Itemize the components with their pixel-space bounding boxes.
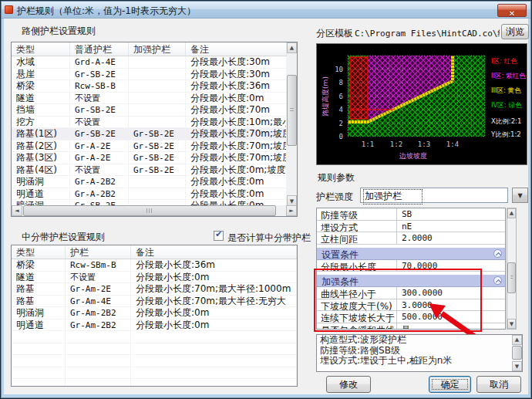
roadside-table-vscrollbar[interactable]: ▲ ▼ bbox=[287, 42, 297, 206]
column-header[interactable]: 加强护栏 bbox=[129, 42, 186, 56]
table-cell: Gr-Am-4E bbox=[66, 296, 131, 308]
table-row[interactable] bbox=[12, 379, 297, 387]
table-row[interactable] bbox=[12, 331, 297, 343]
table-cell: 不设置 bbox=[70, 164, 129, 177]
median-checkbox[interactable]: ✔ bbox=[214, 231, 224, 241]
scrollbar-thumb[interactable] bbox=[23, 205, 276, 216]
scroll-left-icon[interactable]: ◄ bbox=[12, 205, 22, 216]
roadside-table-hscrollbar[interactable]: ◄ ► bbox=[12, 205, 297, 216]
column-header[interactable]: 类型 bbox=[12, 245, 66, 259]
table-row[interactable]: 挖方不设置分段最小长度:10m;最小... bbox=[12, 117, 287, 129]
column-header[interactable]: 备注 bbox=[186, 42, 287, 56]
scrollbar-thumb[interactable] bbox=[512, 346, 522, 360]
table-row[interactable]: 桥梁Rcw-SB-B分段最小长度:36m bbox=[12, 80, 287, 93]
scroll-down-icon[interactable]: ▼ bbox=[287, 195, 297, 206]
table-row[interactable]: 明通道Gr-Am-2B2分段最小长度:0m bbox=[12, 320, 297, 332]
table-cell: Gr-SB-2E bbox=[129, 152, 186, 164]
modify-button[interactable]: 修改 bbox=[326, 376, 371, 393]
property-value[interactable]: 2.0000 bbox=[397, 232, 505, 244]
median-checkbox-label[interactable]: 是否计算中分带护栏 bbox=[227, 232, 311, 245]
y-tick: 8 bbox=[339, 79, 343, 86]
scrollbar-thumb[interactable] bbox=[507, 262, 516, 293]
cancel-button[interactable]: 取消 bbox=[476, 376, 521, 393]
property-row[interactable]: 分段最小长度70.0000 bbox=[317, 260, 505, 272]
collapse-icon[interactable] bbox=[493, 276, 502, 285]
scrollbar-thumb[interactable] bbox=[287, 75, 297, 146]
property-value[interactable]: 70.0000 bbox=[397, 260, 505, 272]
table-cell: 桥梁 bbox=[12, 259, 66, 272]
column-header[interactable]: 类型 bbox=[12, 42, 70, 56]
roadside-table: 类型 普通护栏 加强护栏 备注 水域Grd-A-4E分段最小长度:30m悬崖Gr… bbox=[11, 42, 298, 217]
table-row[interactable]: 明涵洞Gr-Am-2B2分段最小长度:0m bbox=[12, 307, 297, 320]
property-row[interactable]: 立柱间距2.0000 bbox=[317, 232, 505, 245]
table-row[interactable]: 路基(4区)不设置Gr-SB-2E分段最小长度:0m;坡度... bbox=[12, 164, 287, 177]
table-row[interactable]: 隧道不设置分段最小长度:0m bbox=[12, 93, 287, 105]
table-row[interactable]: 明通道Gr-A-2B2分段最小长度:0m bbox=[12, 188, 287, 201]
table-row[interactable] bbox=[12, 367, 297, 380]
table-cell bbox=[131, 331, 297, 343]
property-row[interactable]: 曲线半径小于300.0000 bbox=[317, 287, 505, 299]
table-cell: 暗涵洞 bbox=[12, 200, 70, 205]
property-value[interactable]: 3.0000 bbox=[397, 299, 505, 311]
column-header[interactable]: 备注 bbox=[131, 245, 297, 259]
property-row[interactable]: 防撞等级SB bbox=[317, 208, 505, 221]
table-row[interactable]: 明涵洞Gr-A-2B2分段最小长度:0m bbox=[12, 176, 287, 188]
browse-button[interactable]: 浏览 bbox=[501, 24, 529, 39]
table-row[interactable]: 路基Gr-Am-4E分段最小长度:70m;最大半径:无穷大 bbox=[12, 296, 297, 308]
app-icon bbox=[5, 5, 13, 14]
scroll-right-icon[interactable]: ► bbox=[286, 205, 297, 216]
table-cell: 分段最小长度:70m bbox=[186, 104, 287, 117]
scroll-up-icon[interactable]: ▲ bbox=[512, 335, 522, 345]
table-row[interactable]: 路基Gr-Am-2E分段最小长度:70m;最大半径:1000m bbox=[12, 283, 297, 296]
strength-dropdown-button[interactable]: ▼ bbox=[512, 188, 528, 203]
property-value[interactable]: 300.0000 bbox=[397, 287, 505, 299]
table-row[interactable]: 挡墙Gr-SB-2E分段最小长度:70m bbox=[12, 104, 287, 117]
scroll-down-icon[interactable]: ▼ bbox=[507, 319, 516, 329]
table-cell: Gr-SB-2E bbox=[70, 128, 129, 140]
table-cell: 不设置 bbox=[66, 272, 131, 284]
property-category-header[interactable]: 设置条件 bbox=[317, 248, 505, 260]
close-button[interactable]: ✕ bbox=[497, 4, 527, 17]
median-table-header[interactable]: 类型 护栏 备注 bbox=[12, 245, 297, 259]
ok-button[interactable]: 确定 bbox=[429, 376, 471, 393]
table-row[interactable]: 水域Grd-A-4E分段最小长度:30m bbox=[12, 56, 287, 69]
property-row[interactable]: 埋设方式nE bbox=[317, 221, 505, 233]
description-vscrollbar[interactable]: ▲ ▼ bbox=[512, 335, 522, 371]
property-row[interactable]: 是否包含缓和曲线是 bbox=[317, 323, 505, 330]
property-row[interactable]: 连续下坡坡长大于500.0000 bbox=[317, 311, 505, 323]
column-header[interactable]: 普通护栏 bbox=[70, 42, 129, 56]
column-header[interactable]: 护栏 bbox=[66, 245, 131, 259]
property-value[interactable]: 500.0000 bbox=[397, 311, 505, 323]
scroll-up-icon[interactable]: ▲ bbox=[507, 208, 516, 218]
property-value[interactable]: 是 bbox=[397, 323, 505, 330]
table-cell: 分段最小长度:70m;最大半径:无穷大 bbox=[131, 296, 297, 308]
table-row[interactable]: 路基(2区)Gr-A-2EGr-SB-2E分段最小长度:70m;坡度... bbox=[12, 140, 287, 153]
property-row[interactable]: 下坡坡度大于(%)3.0000 bbox=[317, 299, 505, 312]
table-row[interactable] bbox=[12, 343, 297, 356]
scroll-up-icon[interactable]: ▲ bbox=[287, 42, 297, 53]
table-row[interactable]: 路基(1区)Gr-SB-2EGr-SB-2E分段最小长度:70m;坡度... bbox=[12, 128, 287, 140]
x-axis-label: 边坡坡度 bbox=[399, 152, 427, 160]
property-grid-vscrollbar[interactable]: ▲ ▼ bbox=[507, 208, 517, 330]
table-row[interactable]: 悬崖Gr-SB-2E分段最小长度:30m bbox=[12, 69, 287, 81]
property-value[interactable]: nE bbox=[397, 221, 505, 232]
table-row[interactable]: 隧道不设置分段最小长度:0m bbox=[12, 272, 297, 284]
scroll-down-icon[interactable]: ▼ bbox=[512, 361, 522, 371]
property-category-header[interactable]: 加强条件 bbox=[317, 275, 505, 287]
template-path-field[interactable]: C:\Program Files\HintCAD.co\纬地 bbox=[355, 28, 500, 39]
table-cell: 分段最小长度:70m;坡度... bbox=[186, 152, 287, 164]
collapse-icon[interactable] bbox=[493, 249, 502, 258]
table-row[interactable]: 桥梁Rcw-SBm-B分段最小长度:36m bbox=[12, 259, 297, 272]
table-row[interactable] bbox=[12, 355, 297, 367]
titlebar[interactable]: 护栏规则（单位:米，值为-1时表示无穷大） ✕ bbox=[2, 2, 530, 19]
strength-combobox[interactable]: 加强护栏 bbox=[360, 188, 508, 203]
params-group-label: 规则参数 bbox=[318, 171, 355, 184]
legend-item: IV区: 绿色 bbox=[491, 101, 522, 109]
roadside-table-header[interactable]: 类型 普通护栏 加强护栏 备注 bbox=[12, 42, 287, 56]
table-row[interactable]: 路基(3区)Gr-A-2EGr-SB-2E分段最小长度:70m;坡度... bbox=[12, 152, 287, 164]
property-value[interactable]: SB bbox=[397, 208, 505, 220]
table-cell bbox=[12, 367, 66, 380]
y-tick: 10 bbox=[335, 66, 343, 73]
table-row[interactable]: 暗涵洞Gr-SB-2E分段最小长度:0m bbox=[12, 200, 287, 205]
table-cell: 不设置 bbox=[70, 117, 129, 129]
